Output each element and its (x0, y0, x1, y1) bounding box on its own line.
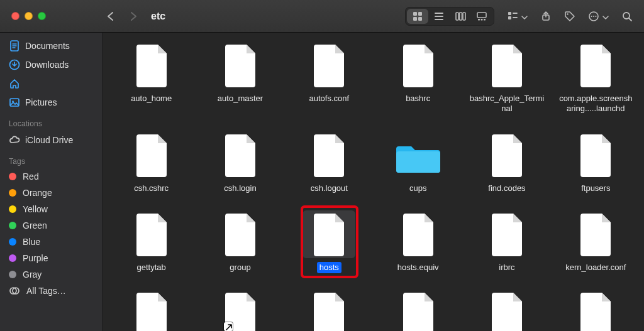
file-item[interactable]: com.apple.screensharing.....launchd (552, 41, 640, 115)
file-icon (480, 41, 533, 89)
file-label: com.apple.screensharing.....launchd (555, 93, 636, 115)
file-label: find.codes (486, 183, 528, 194)
file-item[interactable]: find.codes (463, 131, 551, 194)
view-icons-button[interactable] (407, 9, 428, 24)
edit-tags-button[interactable] (564, 8, 575, 25)
file-item[interactable]: ftpusers (552, 131, 640, 194)
file-icon (569, 210, 622, 258)
window-body: Documents Downloads Pictures Locations i… (0, 33, 644, 331)
cloud-icon (9, 134, 20, 146)
file-label: irbrc (496, 262, 517, 273)
sidebar-item-label: Orange (23, 188, 52, 198)
close-window-button[interactable] (11, 12, 19, 20)
sidebar-item-label: Blue (23, 237, 40, 247)
file-icon (392, 210, 445, 258)
sidebar-item-icloud[interactable]: iCloud Drive (0, 131, 103, 149)
file-icon (214, 210, 267, 258)
file-label: gettytab (135, 262, 169, 273)
file-item[interactable]: bashrc_Apple_Terminal (463, 41, 551, 115)
alias-badge-icon (224, 322, 233, 331)
sidebar-tag-yellow[interactable]: Yellow (0, 201, 103, 217)
toolbar (405, 7, 644, 26)
sidebar-item-downloads[interactable]: Downloads (0, 55, 103, 74)
file-browser[interactable]: auto_homeauto_masterautofs.confbashrcbas… (103, 33, 644, 331)
zoom-window-button[interactable] (38, 12, 46, 20)
view-switcher (405, 7, 494, 26)
file-item[interactable]: locate.rc (285, 290, 373, 331)
file-item[interactable]: bashrc (374, 41, 462, 115)
file-item[interactable]: autofs.conf (285, 41, 373, 115)
file-item[interactable]: auto_home (108, 41, 196, 115)
file-item[interactable]: csh.login (196, 131, 284, 194)
sidebar-item-label: Downloads (25, 60, 69, 70)
search-button[interactable] (621, 8, 633, 25)
chevron-down-icon (520, 13, 528, 20)
file-item[interactable]: csh.logout (285, 131, 373, 194)
file-icon (303, 210, 355, 258)
file-label: hosts (317, 262, 341, 273)
tag-dot-icon (9, 222, 16, 229)
file-item[interactable]: mail.rc (374, 290, 462, 331)
sidebar-item-pictures[interactable]: Pictures (0, 93, 103, 112)
sidebar: Documents Downloads Pictures Locations i… (0, 33, 103, 331)
file-icon (392, 41, 445, 89)
file-label: auto_home (128, 93, 174, 104)
sidebar-tag-orange[interactable]: Orange (0, 185, 103, 201)
file-item[interactable]: localtime (196, 290, 284, 331)
downloads-icon (9, 59, 20, 70)
sidebar-heading-tags: Tags (0, 149, 103, 168)
folder-item[interactable]: cups (374, 131, 462, 194)
file-item[interactable]: krb5.keytab (108, 290, 196, 331)
sidebar-item-label: Pictures (25, 97, 57, 107)
chevron-down-icon (601, 13, 609, 20)
sidebar-item-home[interactable] (0, 74, 103, 93)
sidebar-tag-purple[interactable]: Purple (0, 250, 103, 266)
share-button[interactable] (540, 8, 552, 25)
sidebar-item-all-tags[interactable]: All Tags… (0, 283, 103, 299)
forward-button[interactable] (126, 8, 141, 24)
back-button[interactable] (103, 8, 118, 24)
sidebar-tag-blue[interactable]: Blue (0, 234, 103, 250)
action-button[interactable] (588, 8, 609, 25)
view-columns-button[interactable] (450, 9, 471, 24)
file-label: group (227, 262, 253, 273)
file-item[interactable]: group (196, 210, 284, 273)
file-label: ftpusers (579, 183, 613, 194)
sidebar-item-documents[interactable]: Documents (0, 36, 103, 55)
file-item[interactable]: manpaths (552, 290, 640, 331)
file-icon (480, 210, 533, 258)
sidebar-tag-green[interactable]: Green (0, 217, 103, 234)
sidebar-item-label: Red (23, 171, 39, 182)
tag-dot-icon (9, 238, 16, 246)
file-label: csh.logout (308, 183, 350, 194)
file-item[interactable]: hosts (285, 210, 373, 273)
tag-dot-icon (9, 254, 16, 262)
file-label: hosts.equiv (395, 262, 441, 273)
file-icon (125, 210, 178, 258)
group-by-button[interactable] (507, 8, 528, 25)
file-item[interactable]: auto_master (196, 41, 284, 115)
file-icon (214, 41, 267, 89)
sidebar-tag-gray[interactable]: Gray (0, 266, 103, 283)
file-item[interactable]: gettytab (108, 210, 196, 273)
file-label: bashrc (403, 93, 433, 104)
file-item[interactable]: man.conf (463, 290, 551, 331)
sidebar-item-label: All Tags… (26, 286, 66, 296)
sidebar-item-label: Documents (25, 41, 70, 51)
minimize-window-button[interactable] (25, 12, 33, 20)
file-item[interactable]: kern_loader.conf (552, 210, 640, 273)
sidebar-tag-red[interactable]: Red (0, 168, 103, 185)
file-label: autofs.conf (307, 93, 352, 104)
file-icon (214, 290, 267, 331)
icon-grid: auto_homeauto_masterautofs.confbashrcbas… (103, 33, 644, 331)
file-icon (569, 41, 622, 89)
file-item[interactable]: irbrc (463, 210, 551, 273)
view-list-button[interactable] (428, 9, 450, 24)
file-icon (303, 41, 355, 89)
file-item[interactable]: hosts.equiv (374, 210, 462, 273)
all-tags-icon (9, 285, 20, 296)
view-gallery-button[interactable] (471, 9, 492, 24)
sidebar-item-label: Gray (23, 269, 42, 279)
file-item[interactable]: csh.cshrc (108, 131, 196, 194)
file-icon (303, 131, 355, 179)
